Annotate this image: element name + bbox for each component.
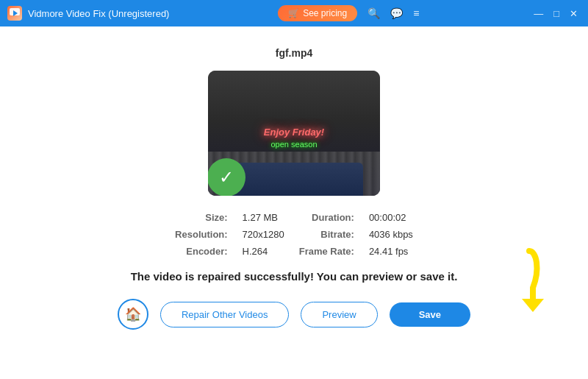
neon-text-2: open season — [271, 140, 318, 149]
file-name: fgf.mp4 — [276, 47, 313, 59]
see-pricing-label: See pricing — [303, 8, 347, 18]
bitrate-label: Bitrate: — [299, 229, 354, 240]
title-bar: Vidmore Video Fix (Unregistered) 🛒 See p… — [0, 0, 588, 26]
title-bar-center: 🛒 See pricing 🔍 💬 ≡ — [278, 5, 419, 21]
search-icon[interactable]: 🔍 — [368, 7, 380, 19]
file-info-table: Size: 1.27 MB Duration: 00:00:02 Resolut… — [175, 212, 413, 257]
chat-icon[interactable]: 💬 — [390, 7, 403, 19]
duration-value: 00:00:02 — [369, 212, 413, 223]
duration-label: Duration: — [299, 212, 354, 223]
resolution-value: 720x1280 — [243, 229, 284, 240]
save-button[interactable]: Save — [390, 302, 470, 327]
app-title-text: Vidmore Video Fix (Unregistered) — [28, 8, 169, 19]
framerate-value: 24.41 fps — [369, 246, 413, 257]
neon-text-1: Enjoy Friday! — [264, 127, 324, 138]
success-check-badge: ✓ — [208, 158, 245, 196]
arrow-svg — [470, 247, 544, 314]
size-label: Size: — [175, 212, 228, 223]
sofa-element — [225, 163, 362, 196]
resolution-label: Resolution: — [175, 229, 228, 240]
home-icon: 🏠 — [125, 306, 141, 322]
maximize-button[interactable]: □ — [551, 8, 562, 19]
encoder-label: Encoder: — [175, 246, 228, 257]
preview-button[interactable]: Preview — [301, 302, 377, 327]
cart-icon: 🛒 — [288, 8, 299, 18]
app-logo — [7, 6, 22, 21]
close-button[interactable]: ✕ — [567, 8, 581, 19]
home-button[interactable]: 🏠 — [118, 299, 148, 330]
see-pricing-button[interactable]: 🛒 See pricing — [278, 5, 357, 21]
window-controls: — □ ✕ — [531, 8, 581, 19]
encoder-value: H.264 — [243, 246, 284, 257]
success-message: The video is repaired successfully! You … — [131, 270, 458, 283]
minimize-button[interactable]: — — [531, 8, 546, 19]
title-bar-left: Vidmore Video Fix (Unregistered) — [7, 6, 169, 21]
main-content: fgf.mp4 Enjoy Friday! open season ✓ Size… — [0, 26, 588, 344]
bitrate-value: 4036 kbps — [369, 229, 413, 240]
check-icon: ✓ — [219, 167, 234, 188]
menu-icon[interactable]: ≡ — [413, 7, 419, 19]
size-value: 1.27 MB — [243, 212, 284, 223]
svg-marker-2 — [522, 299, 544, 312]
arrow-annotation — [470, 247, 544, 316]
action-buttons: 🏠 Repair Other Videos Preview Save — [118, 299, 470, 330]
video-thumbnail: Enjoy Friday! open season ✓ — [208, 71, 380, 196]
repair-other-button[interactable]: Repair Other Videos — [160, 302, 290, 327]
framerate-label: Frame Rate: — [299, 246, 354, 257]
